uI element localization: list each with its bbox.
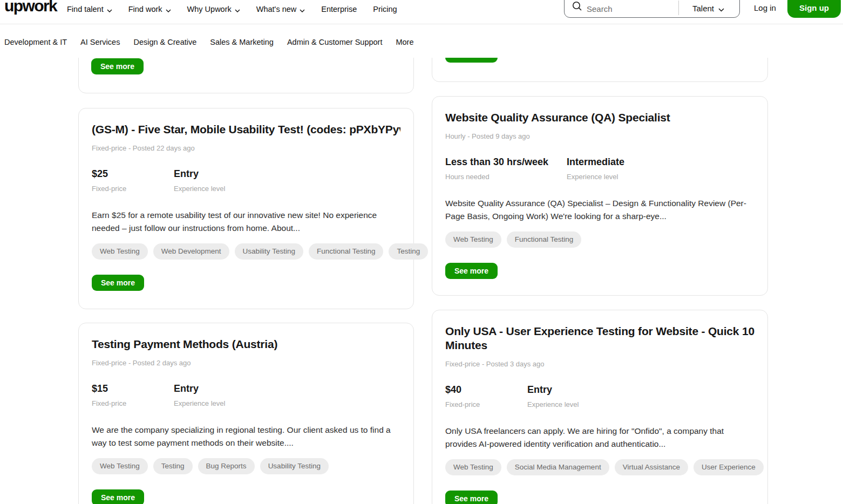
chevron-down-icon [718, 4, 724, 13]
nav-find-talent[interactable]: Find talent [67, 4, 112, 14]
search-scope-select[interactable]: Talent [679, 3, 739, 13]
job-title[interactable]: Website Quality Assurance (QA) Specialis… [445, 111, 754, 125]
chevron-down-icon [166, 5, 171, 14]
chevron-down-icon [107, 5, 112, 14]
stat-experience: Entry Experience level [174, 168, 237, 193]
category-admin-customer-support[interactable]: Admin & Customer Support [287, 38, 383, 46]
top-navbar: upwork Find talent Find work Why Upwork … [0, 0, 843, 24]
job-stats: $40 Fixed-price Entry Experience level [445, 384, 754, 408]
chevron-down-icon [300, 5, 305, 14]
nav-pricing[interactable]: Pricing [373, 5, 397, 13]
job-title[interactable]: Only USA - User Experience Testing for W… [445, 324, 754, 352]
nav-find-work[interactable]: Find work [128, 4, 171, 14]
job-meta: Fixed-price - Posted 2 days ago [92, 359, 400, 367]
upwork-logo[interactable]: upwork [4, 0, 57, 15]
stat-experience: Entry Experience level [527, 384, 591, 408]
job-description: Earn $25 for a remote usability test of … [92, 209, 400, 233]
job-card: Testing Payment Methods (Austria) Fixed-… [78, 323, 414, 504]
job-tags: Web Testing Testing Bug Reports Usabilit… [92, 458, 400, 474]
site-header: upwork Find talent Find work Why Upwork … [0, 0, 843, 58]
see-more-button[interactable]: See more [445, 491, 498, 504]
job-tags: Web Testing Social Media Management Virt… [445, 459, 754, 475]
job-stats: $25 Fixed-price Entry Experience level [92, 168, 400, 193]
skill-tag: Functional Testing [507, 231, 582, 248]
skill-tag: Social Media Management [507, 459, 609, 475]
job-stats: Less than 30 hrs/week Hours needed Inter… [445, 156, 754, 181]
stat-experience: Intermediate Experience level [567, 156, 630, 181]
job-meta: Fixed-price - Posted 22 days ago [92, 144, 400, 152]
job-meta: Fixed-price - Posted 3 days ago [445, 360, 754, 368]
see-more-button[interactable]: See more [92, 275, 144, 291]
job-description: Only USA freelancers can apply. We are h… [445, 425, 754, 449]
nav-why-upwork[interactable]: Why Upwork [187, 4, 240, 14]
stat-budget: $40 Fixed-price [445, 384, 509, 408]
signup-button[interactable]: Sign up [787, 0, 841, 18]
stat-hours: Less than 30 hrs/week Hours needed [445, 156, 548, 181]
category-design-creative[interactable]: Design & Creative [133, 38, 196, 46]
main-nav: Find talent Find work Why Upwork What's … [67, 3, 397, 15]
job-tags: Web Testing Web Development Usability Te… [92, 243, 400, 260]
skill-tag: User Experience [694, 459, 764, 475]
skill-tag: Testing [389, 243, 428, 260]
category-development-it[interactable]: Development & IT [4, 38, 67, 46]
see-more-button[interactable]: See more [445, 263, 498, 279]
skill-tag: Web Testing [92, 243, 148, 260]
job-meta: Hourly - Posted 9 days ago [445, 132, 754, 140]
chevron-down-icon [235, 5, 240, 14]
job-tags: Web Testing Functional Testing [445, 231, 754, 248]
skill-tag: Functional Testing [309, 243, 384, 260]
skill-tag: Usability Testing [260, 458, 329, 474]
stat-budget: $25 Fixed-price [92, 168, 155, 193]
job-card: Only USA - User Experience Testing for W… [432, 310, 768, 504]
search-input[interactable]: Search [587, 4, 678, 13]
nav-enterprise[interactable]: Enterprise [321, 5, 357, 13]
category-more[interactable]: More [396, 38, 413, 46]
skill-tag: Web Testing [92, 458, 148, 474]
skill-tag: Usability Testing [235, 243, 303, 260]
job-description: Website Quality Assurance (QA) Specialis… [445, 197, 754, 221]
see-more-button[interactable]: See more [91, 58, 144, 74]
skill-tag: Bug Reports [198, 458, 255, 474]
see-more-button[interactable]: See more [92, 489, 144, 504]
login-link[interactable]: Log in [754, 3, 776, 12]
job-title[interactable]: (GS-M) - Five Star, Mobile Usability Tes… [92, 122, 400, 137]
search-icon [572, 1, 582, 13]
skill-tag: Testing [153, 458, 193, 474]
category-sales-marketing[interactable]: Sales & Marketing [210, 38, 274, 46]
job-card: (GS-M) - Five Star, Mobile Usability Tes… [78, 108, 414, 309]
job-description: We are the company specializing in regio… [92, 424, 400, 448]
skill-tag: Virtual Assistance [615, 459, 688, 475]
skill-tag: Web Development [153, 243, 229, 260]
job-stats: $15 Fixed-price Entry Experience level [92, 383, 400, 407]
job-title[interactable]: Testing Payment Methods (Austria) [92, 337, 400, 351]
category-nav: Development & IT AI Services Design & Cr… [4, 38, 413, 46]
stat-experience: Entry Experience level [174, 383, 237, 407]
stat-budget: $15 Fixed-price [92, 383, 155, 407]
search-box[interactable]: Search Talent [564, 0, 740, 18]
category-ai-services[interactable]: AI Services [80, 38, 120, 46]
nav-whats-new[interactable]: What's new [256, 4, 305, 14]
skill-tag: Web Testing [445, 459, 501, 475]
skill-tag: Web Testing [445, 231, 501, 248]
job-card: Website Quality Assurance (QA) Specialis… [432, 96, 768, 296]
